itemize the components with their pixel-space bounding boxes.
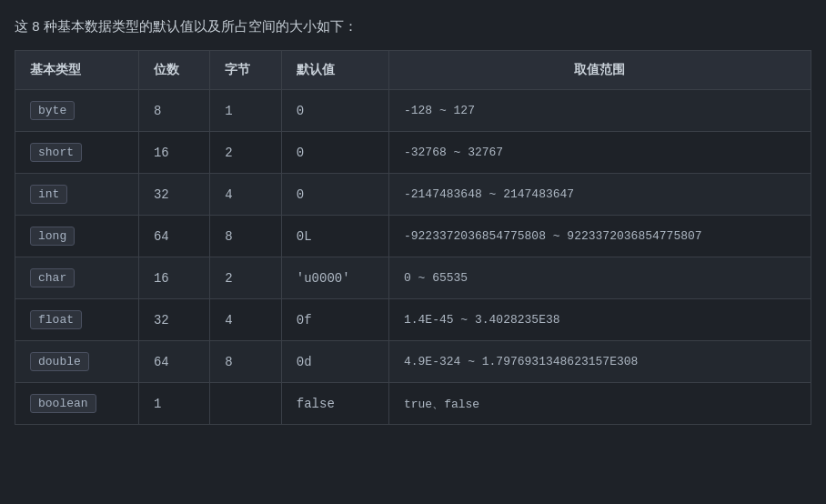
- data-types-table: 基本类型 位数 字节 默认值 取值范围 byte810-128 ~ 127sho…: [15, 50, 811, 425]
- type-badge: float: [30, 310, 82, 329]
- table-header: 基本类型 位数 字节 默认值 取值范围: [15, 51, 811, 90]
- col-header-type: 基本类型: [15, 51, 139, 90]
- cell-bytes: 2: [210, 257, 281, 299]
- cell-bytes: 8: [210, 341, 281, 383]
- cell-bits: 64: [138, 216, 209, 257]
- cell-bytes: 4: [210, 299, 281, 341]
- cell-bytes: 4: [210, 174, 281, 216]
- cell-default: 0L: [281, 216, 388, 257]
- type-badge: long: [30, 227, 75, 246]
- col-header-bits: 位数: [138, 51, 209, 90]
- col-header-bytes: 字节: [210, 51, 281, 90]
- cell-default: 0: [281, 174, 388, 216]
- cell-bits: 8: [138, 90, 209, 132]
- cell-default: 0: [281, 90, 388, 132]
- cell-default: false: [281, 383, 388, 425]
- table-row: boolean1falsetrue、false: [15, 383, 811, 425]
- cell-default: 0: [281, 132, 388, 174]
- table-row: int3240-2147483648 ~ 2147483647: [15, 174, 811, 216]
- intro-text: 这 8 种基本数据类型的默认值以及所占空间的大小如下：: [15, 18, 811, 35]
- type-badge: byte: [30, 101, 75, 120]
- table-row: short1620-32768 ~ 32767: [15, 132, 811, 174]
- cell-range: -9223372036854775808 ~ 92233720368547758…: [388, 216, 811, 257]
- cell-bits: 16: [138, 257, 209, 299]
- col-header-default: 默认值: [281, 51, 388, 90]
- type-badge: double: [30, 352, 89, 371]
- cell-range: -128 ~ 127: [388, 90, 811, 132]
- cell-bytes: 2: [210, 132, 281, 174]
- cell-type: float: [15, 299, 139, 341]
- type-badge: short: [30, 143, 82, 162]
- cell-type: double: [15, 341, 139, 383]
- table-row: char162'u0000'0 ~ 65535: [15, 257, 811, 299]
- cell-range: -32768 ~ 32767: [388, 132, 811, 174]
- type-badge: boolean: [30, 394, 96, 413]
- table-row: byte810-128 ~ 127: [15, 90, 811, 132]
- cell-bytes: 1: [210, 90, 281, 132]
- cell-default: 0f: [281, 299, 388, 341]
- table-row: long6480L-9223372036854775808 ~ 92233720…: [15, 216, 811, 257]
- cell-type: char: [15, 257, 139, 299]
- cell-bits: 16: [138, 132, 209, 174]
- type-badge: int: [30, 185, 67, 204]
- type-badge: char: [30, 268, 75, 287]
- cell-range: -2147483648 ~ 2147483647: [388, 174, 811, 216]
- cell-type: int: [15, 174, 139, 216]
- cell-type: long: [15, 216, 139, 257]
- cell-bytes: [210, 383, 281, 425]
- cell-bits: 32: [138, 299, 209, 341]
- cell-range: true、false: [388, 383, 811, 425]
- cell-range: 1.4E-45 ~ 3.4028235E38: [388, 299, 811, 341]
- cell-bits: 64: [138, 341, 209, 383]
- cell-default: 'u0000': [281, 257, 388, 299]
- cell-default: 0d: [281, 341, 388, 383]
- table-row: float3240f1.4E-45 ~ 3.4028235E38: [15, 299, 811, 341]
- cell-range: 4.9E-324 ~ 1.7976931348623157E308: [388, 341, 811, 383]
- col-header-range: 取值范围: [388, 51, 811, 90]
- cell-range: 0 ~ 65535: [388, 257, 811, 299]
- cell-type: short: [15, 132, 139, 174]
- cell-type: byte: [15, 90, 139, 132]
- table-body: byte810-128 ~ 127short1620-32768 ~ 32767…: [15, 90, 811, 425]
- cell-bits: 1: [138, 383, 209, 425]
- table-row: double6480d4.9E-324 ~ 1.7976931348623157…: [15, 341, 811, 383]
- cell-bits: 32: [138, 174, 209, 216]
- cell-type: boolean: [15, 383, 139, 425]
- cell-bytes: 8: [210, 216, 281, 257]
